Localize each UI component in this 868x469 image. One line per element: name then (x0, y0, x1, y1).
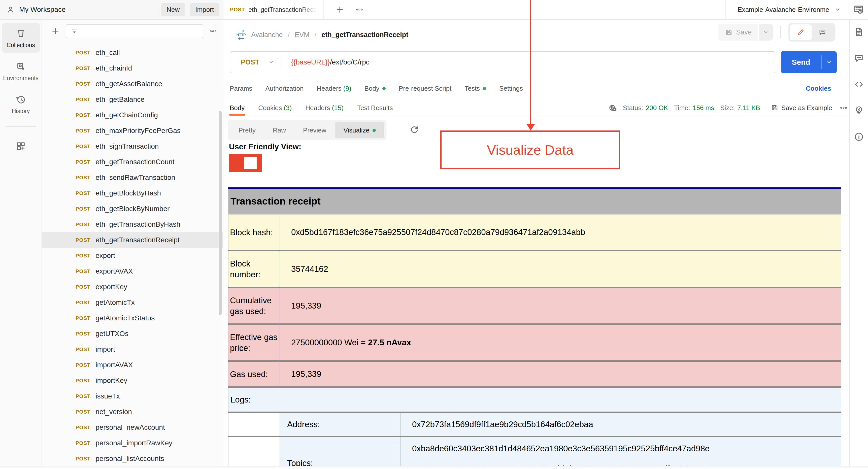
sidebar-request-net_version[interactable]: POSTnet_version (42, 404, 223, 419)
sidebar-request-eth_chainId[interactable]: POSTeth_chainId (42, 60, 223, 76)
sidebar-request-getAtomicTx[interactable]: POSTgetAtomicTx (42, 295, 223, 310)
response-more-icon[interactable] (840, 104, 847, 112)
sidebar-request-eth_getTransactionReceipt[interactable]: POSTeth_getTransactionReceipt (42, 232, 223, 248)
send-options-button[interactable] (822, 59, 837, 66)
sidebar-request-exportKey[interactable]: POSTexportKey (42, 279, 223, 295)
add-collection-icon[interactable] (51, 27, 60, 35)
response-tab-test-results[interactable]: Test Results (357, 104, 393, 112)
sidebar-request-issueTx[interactable]: POSTissueTx (42, 388, 223, 404)
documentation-icon[interactable] (854, 27, 864, 37)
sidebar-request-export[interactable]: POSTexport (42, 248, 223, 263)
tab-settings[interactable]: Settings (499, 85, 523, 92)
table-field-row: Effective gas price:27500000000 Wei = 27… (228, 324, 841, 361)
add-tab-icon[interactable] (336, 5, 344, 14)
divider (282, 55, 282, 69)
sidebar-request-importAVAX[interactable]: POSTimportAVAX (42, 357, 223, 373)
method-select[interactable]: POST (230, 58, 268, 66)
sidebar-more-icon[interactable] (209, 27, 217, 35)
sidebar-request-eth_signTransaction[interactable]: POSTeth_signTransaction (42, 138, 223, 154)
sidebar-scrollbar[interactable] (219, 111, 222, 315)
chevron-down-icon[interactable] (268, 59, 275, 65)
tab-pre-request-script[interactable]: Pre-request Script (399, 85, 452, 92)
environment-selector[interactable]: Example-Avalanche-Environme (738, 6, 829, 13)
tab-authorization[interactable]: Authorization (266, 85, 304, 92)
chevron-down-icon[interactable] (834, 6, 841, 13)
method-badge: POST (75, 190, 90, 196)
sidebar-request-eth_getTransactionCount[interactable]: POSTeth_getTransactionCount (42, 154, 223, 170)
sidebar-request-import[interactable]: POSTimport (42, 342, 223, 357)
environments-icon (16, 61, 26, 72)
method-badge: POST (75, 237, 90, 243)
tab-body[interactable]: Body (365, 85, 385, 92)
view-visualize[interactable]: Visualize (335, 122, 384, 138)
sidebar-request-personal_listAccounts[interactable]: POSTpersonal_listAccounts (42, 451, 223, 467)
tab-options-icon[interactable] (356, 6, 363, 13)
method-badge: POST (75, 456, 90, 462)
sidebar-request-eth_call[interactable]: POSTeth_call (42, 45, 223, 60)
sidebar-request-eth_getBlockByHash[interactable]: POSTeth_getBlockByHash (42, 185, 223, 201)
sidebar-request-eth_getBlockByNumber[interactable]: POSTeth_getBlockByNumber (42, 201, 223, 217)
cookies-link[interactable]: Cookies (806, 85, 831, 92)
filter-input[interactable] (66, 24, 203, 38)
info-icon[interactable] (854, 131, 864, 142)
new-button[interactable]: New (161, 3, 185, 16)
view-preview[interactable]: Preview (294, 122, 335, 138)
refresh-icon[interactable] (409, 125, 420, 135)
import-button[interactable]: Import (190, 3, 219, 16)
modified-dot (373, 129, 376, 132)
tab-headers[interactable]: Headers (9) (317, 85, 351, 92)
sidebar-item-collections[interactable]: Collections (2, 23, 40, 53)
tab-params[interactable]: Params (230, 85, 252, 92)
user-friendly-view-label: User Friendly View: (229, 142, 301, 151)
view-raw[interactable]: Raw (264, 122, 294, 138)
sidebar-request-getAtomicTxStatus[interactable]: POSTgetAtomicTxStatus (42, 310, 223, 326)
workspace-name[interactable]: My Workspace (19, 5, 66, 13)
user-friendly-toggle[interactable] (229, 154, 262, 172)
sidebar-request-eth_getChainConfig[interactable]: POSTeth_getChainConfig (42, 107, 223, 123)
method-badge: POST (75, 159, 90, 165)
sidebar-request-eth_getTransactionByHash[interactable]: POSTeth_getTransactionByHash (42, 217, 223, 232)
field-value: 195,339 (280, 287, 841, 324)
network-globe-lock-icon[interactable] (608, 103, 617, 112)
save-options-button[interactable] (759, 24, 773, 40)
field-value: 0xd5bd167f183efc36e75a925507f24d8470c87c… (280, 214, 841, 251)
request-tabs: ParamsAuthorizationHeaders (9)BodyPre-re… (223, 81, 849, 96)
edit-mode-button[interactable] (790, 25, 812, 40)
send-button[interactable]: Send (781, 51, 837, 73)
breadcrumb-folder[interactable]: EVM (295, 31, 310, 39)
sidebar-request-personal_importRawKey[interactable]: POSTpersonal_importRawKey (42, 435, 223, 451)
sidebar-item-environments[interactable]: Environments (2, 56, 40, 86)
sidebar-request-personal_newAccount[interactable]: POSTpersonal_newAccount (42, 419, 223, 435)
view-pretty[interactable]: Pretty (230, 122, 264, 138)
lightbulb-icon[interactable] (854, 105, 864, 116)
comments-icon[interactable] (854, 53, 864, 63)
response-section-header: BodyCookies (3)Headers (15)Test Results … (223, 101, 849, 115)
response-tab-headers[interactable]: Headers (15) (305, 104, 344, 112)
sidebar-request-eth_sendRawTransaction[interactable]: POSTeth_sendRawTransaction (42, 170, 223, 185)
field-label: Block number: (228, 251, 280, 287)
environment-quick-look-button[interactable] (849, 0, 868, 19)
code-snippet-icon[interactable] (854, 79, 864, 90)
sidebar-request-importKey[interactable]: POSTimportKey (42, 373, 223, 388)
sidebar-item-history[interactable]: History (2, 89, 40, 119)
tab-label: Params (230, 85, 252, 92)
url-input[interactable]: {{baseURL}}/ext/bc/C/rpc (291, 58, 370, 66)
sidebar-request-getUTXOs[interactable]: POSTgetUTXOs (42, 326, 223, 342)
response-tab-cookies[interactable]: Cookies (3) (258, 104, 292, 112)
app-window: My Workspace New Import POST eth_getTran… (0, 0, 868, 469)
save-button[interactable]: Save (718, 24, 758, 40)
sidebar-request-eth_getBalance[interactable]: POSTeth_getBalance (42, 92, 223, 107)
tab-label: Pretty (239, 126, 256, 134)
response-tab-body[interactable]: Body (230, 104, 245, 112)
sidebar-request-eth_maxPriorityFeePerGas[interactable]: POSTeth_maxPriorityFeePerGas (42, 123, 223, 138)
tab-tests[interactable]: Tests (464, 85, 486, 92)
breadcrumb-collection[interactable]: Avalanche (251, 31, 283, 39)
annotation-arrow-line (530, 0, 531, 125)
sidebar-item-more-tools[interactable] (2, 136, 40, 155)
save-as-example-button[interactable]: Save as Example (771, 104, 832, 112)
breadcrumb-separator: / (288, 31, 290, 39)
sidebar-request-exportAVAX[interactable]: POSTexportAVAX (42, 263, 223, 279)
sidebar-request-eth_getAssetBalance[interactable]: POSTeth_getAssetBalance (42, 76, 223, 92)
comments-button[interactable] (812, 25, 833, 40)
request-tab-open[interactable]: POST eth_getTransactionRece (223, 0, 324, 19)
